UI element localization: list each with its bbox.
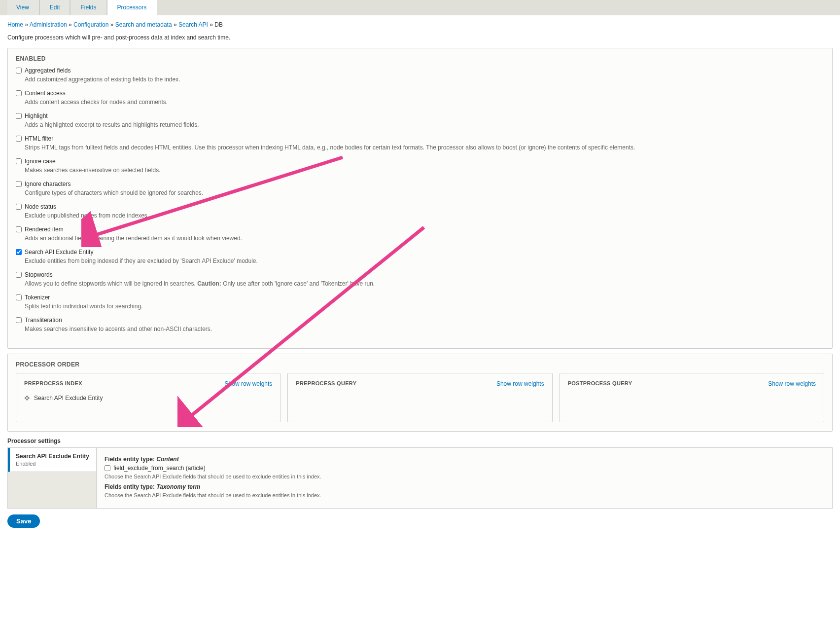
tab-fields[interactable]: Fields [70, 0, 106, 15]
processor-checkbox[interactable] [16, 113, 22, 119]
show-row-weights-link[interactable]: Show row weights [768, 380, 816, 387]
processor-item: Ignore charactersConfigure types of char… [16, 181, 824, 196]
enabled-legend: ENABLED [16, 55, 824, 62]
processor-label: Stopwords [25, 271, 53, 278]
processor-description: Strips HTML tags from fulltext fields an… [16, 144, 824, 151]
show-row-weights-link[interactable]: Show row weights [496, 380, 544, 387]
postprocess-query-col: POSTPROCESS QUERY Show row weights [560, 373, 824, 422]
crumb-sep: » [67, 21, 73, 28]
field-exclude-from-search-label: field_exclude_from_search (article) [113, 465, 206, 472]
postprocess-query-title: POSTPROCESS QUERY [568, 380, 632, 386]
processor-description: Configure types of characters which shou… [16, 189, 824, 196]
field-label-pre: Fields entity type: [105, 456, 156, 463]
help-text-taxonomy: Choose the Search API Exclude fields tha… [105, 492, 824, 498]
processor-label: Node status [25, 203, 56, 210]
processor-item: Node statusExclude unpublished nodes fro… [16, 203, 824, 219]
processor-order-legend: PROCESSOR ORDER [16, 361, 824, 368]
processor-checkbox[interactable] [16, 226, 22, 232]
processor-description: Exclude entities from being indexed if t… [16, 257, 824, 264]
processor-settings-panel: Search API Exclude Entity Enabled Fields… [7, 447, 833, 509]
processor-settings-title: Processor settings [7, 438, 833, 444]
processor-checkbox[interactable] [16, 294, 22, 300]
processor-label: Highlight [25, 112, 48, 119]
vtab-search-api-exclude[interactable]: Search API Exclude Entity Enabled [8, 448, 96, 472]
processor-item: Ignore caseMakes searches case-insensiti… [16, 158, 824, 174]
processor-checkbox[interactable] [16, 204, 22, 210]
preprocess-index-col: PREPROCESS INDEX Show row weights ✥ Sear… [16, 373, 280, 422]
processor-checkbox[interactable] [16, 136, 22, 142]
processor-label: Ignore characters [25, 181, 70, 187]
save-button[interactable]: Save [7, 514, 40, 528]
processor-item: HTML filterStrips HTML tags from fulltex… [16, 135, 824, 151]
processor-checkbox[interactable] [16, 90, 22, 96]
show-row-weights-link[interactable]: Show row weights [225, 380, 273, 387]
crumb-db: DB [214, 21, 223, 28]
processor-description: Makes searches insensitive to accents an… [16, 326, 824, 332]
crumb-sep: » [23, 21, 30, 28]
processor-checkbox[interactable] [16, 317, 22, 323]
processor-description: Adds an additional field containing the … [16, 235, 824, 242]
field-label-em: Content [156, 456, 178, 463]
preprocess-query-title: PREPROCESS QUERY [296, 380, 356, 386]
drag-handle-icon[interactable]: ✥ [24, 394, 30, 402]
breadcrumb: Home » Administration » Configuration » … [7, 21, 833, 28]
tabs-bar: View Edit Fields Processors [0, 0, 840, 15]
processor-item: Rendered itemAdds an additional field co… [16, 226, 824, 242]
page-intro: Configure processors which will pre- and… [7, 34, 833, 41]
field-exclude-from-search-checkbox[interactable] [105, 465, 110, 471]
crumb-search-api[interactable]: Search API [178, 21, 208, 28]
processor-description: Adds a highlighted excerpt to results an… [16, 121, 824, 128]
order-item[interactable]: ✥ Search API Exclude Entity [24, 391, 272, 405]
processor-checkbox[interactable] [16, 181, 22, 187]
field-label-pre: Fields entity type: [105, 483, 156, 490]
processor-checkbox[interactable] [16, 158, 22, 164]
preprocess-query-col: PREPROCESS QUERY Show row weights [287, 373, 552, 422]
processor-label: HTML filter [25, 135, 53, 142]
processor-description: Add customized aggregations of existing … [16, 76, 824, 83]
crumb-sep: » [108, 21, 115, 28]
preprocess-index-title: PREPROCESS INDEX [24, 380, 82, 386]
processor-checkbox[interactable] [16, 249, 22, 255]
field-label-em: Taxonomy term [156, 483, 200, 490]
crumb-admin[interactable]: Administration [30, 21, 67, 28]
fields-entity-content-label: Fields entity type: Content [105, 456, 824, 463]
fields-entity-taxonomy-label: Fields entity type: Taxonomy term [105, 483, 824, 490]
tab-view[interactable]: View [6, 0, 39, 15]
order-item-label: Search API Exclude Entity [34, 395, 103, 402]
processor-item: HighlightAdds a highlighted excerpt to r… [16, 112, 824, 128]
page-body: Home » Administration » Configuration » … [0, 15, 840, 534]
processor-item: Aggregated fieldsAdd customized aggregat… [16, 67, 824, 83]
processor-description: Exclude unpublished nodes from node inde… [16, 212, 824, 219]
processor-item: Search API Exclude EntityExclude entitie… [16, 249, 824, 264]
processor-label: Search API Exclude Entity [25, 249, 93, 256]
processor-checkbox[interactable] [16, 272, 22, 278]
processor-description: Adds content access checks for nodes and… [16, 99, 824, 106]
processor-description: Splits text into individual words for se… [16, 303, 824, 310]
processor-label: Rendered item [25, 226, 64, 233]
processor-order-fieldset: PROCESSOR ORDER PREPROCESS INDEX Show ro… [7, 354, 833, 432]
processor-description: Makes searches case-insensitive on selec… [16, 167, 824, 174]
processor-description: Allows you to define stopwords which wil… [16, 280, 824, 287]
tab-edit[interactable]: Edit [39, 0, 70, 15]
processor-item: TransliterationMakes searches insensitiv… [16, 317, 824, 332]
vertical-tab-list: Search API Exclude Entity Enabled [8, 448, 97, 508]
crumb-search-meta[interactable]: Search and metadata [115, 21, 172, 28]
processor-label: Ignore case [25, 158, 56, 165]
crumb-config[interactable]: Configuration [73, 21, 108, 28]
vtab-title: Search API Exclude Entity [16, 453, 90, 460]
processor-label: Transliteration [25, 317, 62, 324]
processor-label: Aggregated fields [25, 67, 70, 74]
processor-item: StopwordsAllows you to define stopwords … [16, 271, 824, 287]
processor-item: TokenizerSplits text into individual wor… [16, 294, 824, 310]
processor-item: Content accessAdds content access checks… [16, 90, 824, 106]
enabled-fieldset: ENABLED Aggregated fieldsAdd customized … [7, 48, 833, 349]
crumb-sep: » [172, 21, 178, 28]
processor-label: Content access [25, 90, 66, 97]
crumb-home[interactable]: Home [7, 21, 23, 28]
crumb-sep: » [208, 21, 214, 28]
processor-label: Tokenizer [25, 294, 50, 301]
vtab-subtitle: Enabled [16, 461, 90, 467]
tab-processors[interactable]: Processors [107, 0, 157, 15]
vtab-content: Fields entity type: Content field_exclud… [97, 448, 832, 508]
processor-checkbox[interactable] [16, 68, 22, 73]
